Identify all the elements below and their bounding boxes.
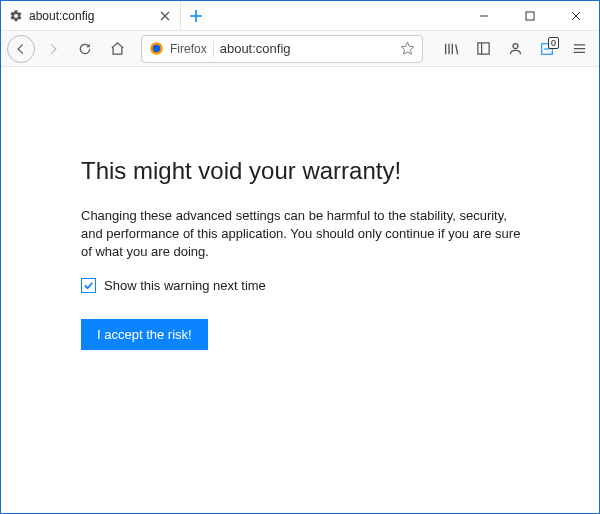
tab-favicon-settings-icon [9,9,23,23]
svg-rect-0 [526,12,534,20]
warning-title: This might void your warranty! [81,157,529,185]
window-controls [461,1,599,30]
reload-button[interactable] [71,35,99,63]
show-warning-checkbox[interactable] [81,278,96,293]
back-button[interactable] [7,35,35,63]
account-button[interactable] [501,35,529,63]
url-bar[interactable]: Firefox [141,35,423,63]
window-close-button[interactable] [553,1,599,30]
home-button[interactable] [103,35,131,63]
content-area: This might void your warranty! Changing … [1,67,599,513]
config-warning: This might void your warranty! Changing … [1,67,599,350]
show-warning-label: Show this warning next time [104,278,266,293]
downloads-badge: 0 [548,37,559,49]
window-minimize-button[interactable] [461,1,507,30]
downloads-button[interactable]: 0 [533,35,561,63]
tab-close-icon[interactable] [158,9,172,23]
browser-window: about:config [0,0,600,514]
window-maximize-button[interactable] [507,1,553,30]
toolbar-right: 0 [437,35,593,63]
accept-risk-button[interactable]: I accept the risk! [81,319,208,350]
titlebar: about:config [1,1,599,31]
svg-point-4 [513,44,518,49]
svg-rect-3 [477,43,488,54]
new-tab-button[interactable] [181,1,211,30]
bookmark-star-icon[interactable] [400,41,416,57]
warning-body: Changing these advanced settings can be … [81,207,529,262]
svg-point-2 [152,45,160,53]
forward-button[interactable] [39,35,67,63]
sidebar-button[interactable] [469,35,497,63]
library-button[interactable] [437,35,465,63]
tab-title: about:config [29,9,152,23]
identity-label: Firefox [170,42,207,56]
urlbar-separator [213,41,214,57]
url-input[interactable] [220,41,394,56]
tab-about-config[interactable]: about:config [1,1,181,30]
menu-button[interactable] [565,35,593,63]
firefox-logo-icon [148,41,164,57]
nav-toolbar: Firefox 0 [1,31,599,67]
show-warning-checkbox-row[interactable]: Show this warning next time [81,278,529,293]
